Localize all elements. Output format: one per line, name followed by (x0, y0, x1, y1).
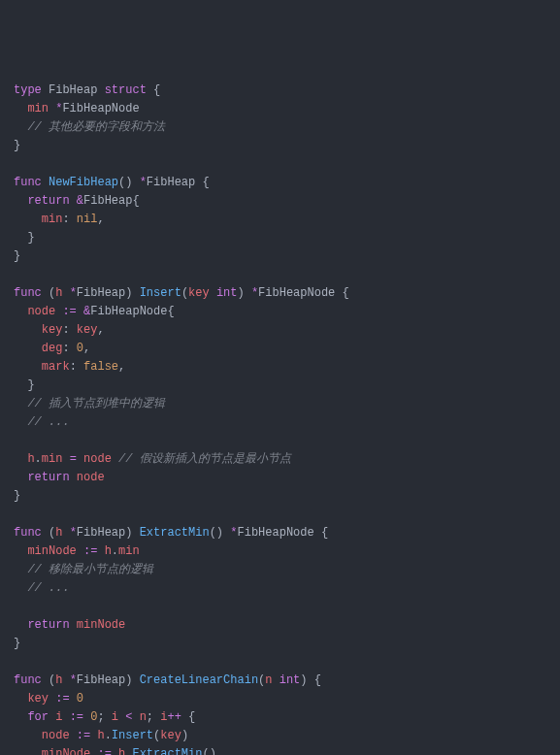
code-line[interactable]: for i := 0; i < n; i++ { (14, 708, 546, 727)
code-line[interactable] (14, 155, 546, 174)
code-line[interactable]: node := &FibHeapNode{ (14, 303, 546, 321)
code-line[interactable]: key: key, (14, 321, 546, 340)
code-line[interactable]: mark: false, (14, 358, 546, 377)
code-token: ; (147, 710, 153, 724)
code-token: Insert (140, 286, 181, 300)
code-token: return (27, 618, 69, 632)
code-line[interactable] (14, 266, 546, 284)
indent (14, 471, 27, 484)
code-line[interactable] (14, 506, 546, 524)
code-token (42, 673, 49, 687)
code-token: node (77, 471, 105, 484)
code-token (70, 342, 77, 355)
indent (14, 378, 27, 392)
code-token: := (97, 747, 111, 755)
code-line[interactable]: func (h *FibHeap) CreateLinearChain(n in… (14, 672, 546, 690)
code-line[interactable] (14, 653, 546, 672)
code-token (62, 526, 69, 540)
code-token: min (42, 213, 63, 226)
indent (14, 415, 27, 429)
code-line[interactable]: // ... (14, 413, 546, 432)
indent (14, 323, 42, 337)
code-token: , (83, 342, 90, 355)
code-token: = (70, 452, 77, 466)
code-line[interactable]: min: nil, (14, 211, 546, 229)
code-line[interactable]: node := h.Insert(key) (14, 727, 546, 745)
indent (14, 692, 27, 706)
code-token: } (27, 378, 34, 392)
code-token: minNode (77, 618, 125, 632)
code-token (112, 747, 118, 755)
code-token: . (35, 452, 42, 466)
indent (14, 120, 27, 134)
code-token (314, 526, 321, 540)
indent (14, 194, 27, 208)
code-token: , (97, 213, 104, 226)
code-token: // 插入节点到堆中的逻辑 (27, 397, 165, 410)
code-token: * (70, 286, 77, 300)
code-token: & (77, 194, 83, 208)
code-token: func (14, 176, 42, 189)
code-token: , (118, 360, 125, 374)
code-token (70, 618, 77, 632)
code-line[interactable]: return &FibHeap{ (14, 192, 546, 211)
indent (14, 747, 42, 755)
code-token: CreateLinearChain (140, 673, 258, 687)
indent (14, 710, 27, 724)
code-line[interactable]: // 插入节点到堆中的逻辑 (14, 395, 546, 413)
indent (14, 305, 27, 318)
code-token: // 其他必要的字段和方法 (27, 120, 165, 134)
code-line[interactable]: } (14, 137, 546, 155)
code-token (181, 710, 188, 724)
code-token: // ... (27, 415, 69, 429)
code-line[interactable] (14, 598, 546, 616)
code-line[interactable]: type FibHeap struct { (14, 82, 546, 100)
code-line[interactable]: minNode := h.min (14, 542, 546, 561)
code-line[interactable]: } (14, 247, 546, 266)
code-line[interactable]: func (h *FibHeap) ExtractMin() *FibHeapN… (14, 524, 546, 542)
code-line[interactable]: } (14, 229, 546, 247)
code-line[interactable]: // ... (14, 579, 546, 598)
code-token (70, 323, 77, 337)
code-token: key (77, 323, 98, 337)
code-token: false (83, 360, 118, 374)
code-token: . (105, 729, 112, 742)
code-token (272, 673, 279, 687)
code-token (308, 673, 314, 687)
code-token: } (14, 489, 20, 503)
code-line[interactable]: } (14, 487, 546, 506)
code-line[interactable]: func (h *FibHeap) Insert(key int) *FibHe… (14, 284, 546, 303)
code-token: { (343, 286, 349, 300)
code-line[interactable]: func NewFibHeap() *FibHeap { (14, 174, 546, 192)
code-line[interactable]: return node (14, 469, 546, 487)
code-line[interactable]: minNode := h.ExtractMin() (14, 745, 546, 755)
code-token (42, 83, 49, 97)
code-token: nil (77, 213, 98, 226)
code-line[interactable]: } (14, 635, 546, 653)
code-token: FibHeap (49, 83, 97, 97)
code-line[interactable]: deg: 0, (14, 340, 546, 358)
code-token (105, 710, 112, 724)
code-line[interactable]: key := 0 (14, 690, 546, 708)
code-line[interactable]: // 其他必要的字段和方法 (14, 118, 546, 137)
code-line[interactable] (14, 432, 546, 450)
indent (14, 342, 42, 355)
code-token: () (118, 176, 132, 189)
code-token: * (140, 176, 147, 189)
code-line[interactable]: min *FibHeapNode (14, 100, 546, 118)
code-token: FibHeap (83, 194, 132, 208)
code-line[interactable]: } (14, 377, 546, 395)
code-editor[interactable]: type FibHeap struct { min *FibHeapNode /… (14, 82, 546, 755)
code-token: { (321, 526, 328, 540)
code-token (147, 83, 153, 97)
code-line[interactable]: return minNode (14, 616, 546, 635)
code-line[interactable]: // 移除最小节点的逻辑 (14, 561, 546, 579)
code-token: // 移除最小节点的逻辑 (27, 563, 153, 576)
code-token (42, 286, 49, 300)
code-line[interactable]: h.min = node // 假设新插入的节点是最小节点 (14, 450, 546, 469)
indent (14, 563, 27, 576)
code-token (77, 544, 83, 558)
code-token: := (62, 305, 76, 318)
code-token: ; (97, 710, 104, 724)
code-token: := (83, 544, 97, 558)
